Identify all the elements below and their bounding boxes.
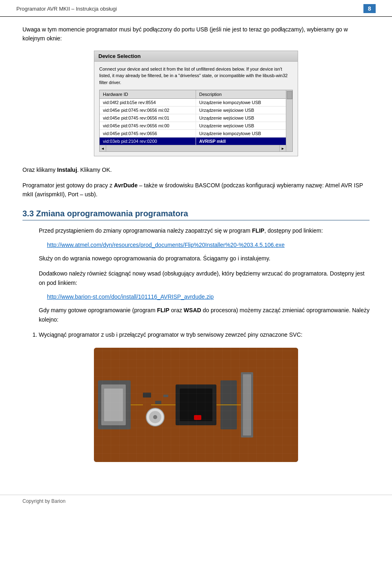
body-para3: Dodatkowo należy również ściągnąć nowy w… — [39, 269, 370, 288]
dialog-screenshot-container: Device Selection Connect your device and… — [22, 51, 370, 157]
col-hardware-id: Hardware ID — [100, 90, 196, 99]
section-number: 3.3 — [22, 209, 36, 218]
device-table: Hardware ID Description vid:04f2 pid:b15… — [100, 90, 286, 145]
hardware-id-cell: vid:045e pid:0745 rev:0656 — [100, 130, 196, 138]
vertical-scrollbar[interactable] — [286, 90, 292, 151]
dialog-content: Connect your device and select it from t… — [94, 62, 298, 156]
scroll-left-btn[interactable]: ◄ — [100, 145, 106, 151]
svg-rect-5 — [180, 389, 212, 421]
dialog-intro-text: Connect your device and select it from t… — [99, 66, 293, 86]
svg-rect-7 — [155, 401, 161, 404]
list-item-1-text: Wyciągnąć programator z usb i przełączyć… — [39, 331, 303, 338]
table-row[interactable]: vid:045e pid:0745 rev:0656Urządzenie kom… — [100, 130, 286, 138]
hardware-id-cell: vid:045e pid:0745 rev:0656 mi:02 — [100, 107, 196, 114]
wsad-bold: WSAD — [184, 307, 201, 313]
hardware-id-cell: vid:045e pid:0745 rev:0656 mi:01 — [100, 114, 196, 122]
footer-text: Copyright by Barion — [22, 498, 65, 504]
flip-bold: FLIP — [252, 227, 264, 234]
body-para4: Gdy mamy gotowe oprogramowanie (program … — [39, 306, 370, 324]
section-heading-3-3: 3.3 Zmiana oprogramowania programatora — [22, 209, 370, 220]
main-content: Uwaga w tym momencie programator musi by… — [0, 25, 392, 482]
device-table-wrapper: Hardware ID Description vid:04f2 pid:b15… — [99, 90, 293, 152]
hardware-id-cell: vid:03eb pid:2104 rev:0200 — [100, 138, 196, 145]
flip-bold2: FLIP — [157, 307, 169, 313]
install-text-before: Oraz klikamy — [22, 167, 57, 173]
intro-paragraph: Uwaga w tym momencie programator musi by… — [22, 25, 370, 43]
table-row[interactable]: vid:045e pid:0745 rev:0656 mi:00Urządzen… — [100, 122, 286, 130]
para1-before: Przed przystąpieniem do zmiany oprogramo… — [39, 227, 252, 234]
page-header: Programator AVR MKII – Instrukcja obsług… — [0, 0, 392, 17]
svg-rect-1 — [98, 380, 131, 429]
list-item-1: Wyciągnąć programator z usb i przełączyć… — [39, 330, 370, 340]
table-area: Hardware ID Description vid:04f2 pid:b15… — [100, 90, 286, 151]
horizontal-scrollbar[interactable]: ◄ ► — [100, 145, 286, 151]
svg-rect-11 — [220, 380, 237, 429]
section-title: Zmiana oprogramowania programatora — [36, 209, 188, 218]
svg-rect-6 — [143, 393, 151, 398]
body-para2: Służy on do wgrania nowego oprogramowani… — [39, 254, 370, 263]
table-row[interactable]: vid:045e pid:0745 rev:0656 mi:01Urządzen… — [100, 114, 286, 122]
avrdude-bold: AvrDude — [114, 182, 138, 189]
after-dialog-para1: Oraz klikamy Instaluj. Klikamy OK. — [22, 165, 370, 174]
col-description: Description — [196, 90, 286, 99]
scroll-right-btn[interactable]: ► — [279, 145, 286, 151]
pcb-image-container — [22, 348, 370, 462]
hardware-id-cell: vid:045e pid:0745 rev:0656 mi:00 — [100, 122, 196, 130]
table-header-row: Hardware ID Description — [100, 90, 286, 99]
page-number: 8 — [363, 4, 376, 13]
description-cell: Urządzenie kompozytowe USB — [196, 99, 286, 107]
device-selection-dialog: Device Selection Connect your device and… — [94, 51, 298, 157]
para4-mid: oraz — [169, 307, 184, 313]
document-title: Programator AVR MKII – Instrukcja obsług… — [16, 6, 117, 12]
svg-point-17 — [149, 411, 161, 423]
flip-link[interactable]: http://www.atmel.com/dyn/resources/prod_… — [47, 242, 370, 248]
svg-point-16 — [146, 408, 164, 426]
table-row[interactable]: vid:04f2 pid:b15e rev:8554Urządzenie kom… — [100, 99, 286, 107]
description-cell: Urządzenie wejściowe USB — [196, 114, 286, 122]
description-cell: Urządzenie wejściowe USB — [196, 122, 286, 130]
instruction-list: Wyciągnąć programator z usb i przełączyć… — [39, 330, 370, 340]
table-row[interactable]: vid:045e pid:0745 rev:0656 mi:02Urządzen… — [100, 107, 286, 114]
svg-rect-2 — [101, 384, 126, 425]
avrdude-link[interactable]: http://www.barion-st.com/doc/install/101… — [47, 293, 370, 300]
table-row[interactable]: vid:03eb pid:2104 rev:0200AVRISP mkII — [100, 138, 286, 145]
svg-rect-4 — [176, 384, 216, 425]
install-bold: Instaluj — [57, 167, 77, 173]
page-footer: Copyright by Barion — [0, 495, 392, 507]
body-para1: Przed przystąpieniem do zmiany oprogramo… — [39, 226, 370, 235]
dialog-title-bar: Device Selection — [94, 51, 298, 62]
svg-rect-3 — [104, 389, 123, 421]
install-text-after: . Klikamy OK. — [77, 167, 112, 173]
scroll-thumb[interactable] — [287, 91, 292, 99]
table-scroll-container: Hardware ID Description vid:04f2 pid:b15… — [100, 90, 292, 151]
svg-rect-9 — [241, 372, 253, 438]
svg-rect-10 — [243, 374, 251, 435]
svg-rect-8 — [163, 395, 168, 397]
svg-rect-12 — [194, 415, 201, 420]
para1-after: , dostępny pod linkiem: — [264, 227, 323, 234]
pcb-svg — [94, 348, 298, 462]
scroll-h-track[interactable] — [106, 145, 279, 151]
svg-rect-0 — [94, 348, 298, 462]
ready-text-before: Programator jest gotowy do pracy z — [22, 182, 114, 189]
hardware-id-cell: vid:04f2 pid:b15e rev:8554 — [100, 99, 196, 107]
after-dialog-para2: Programator jest gotowy do pracy z AvrDu… — [22, 181, 370, 199]
pcb-image — [94, 348, 298, 462]
description-cell: Urządzenie wejściowe USB — [196, 107, 286, 114]
para3-text: Dodatkowo należy również ściągnąć nowy w… — [39, 270, 365, 286]
para4-before: Gdy mamy gotowe oprogramowanie (program — [39, 307, 157, 313]
svg-point-18 — [153, 415, 157, 419]
description-cell: AVRISP mkII — [196, 138, 286, 145]
description-cell: Urządzenie kompozytowe USB — [196, 130, 286, 138]
